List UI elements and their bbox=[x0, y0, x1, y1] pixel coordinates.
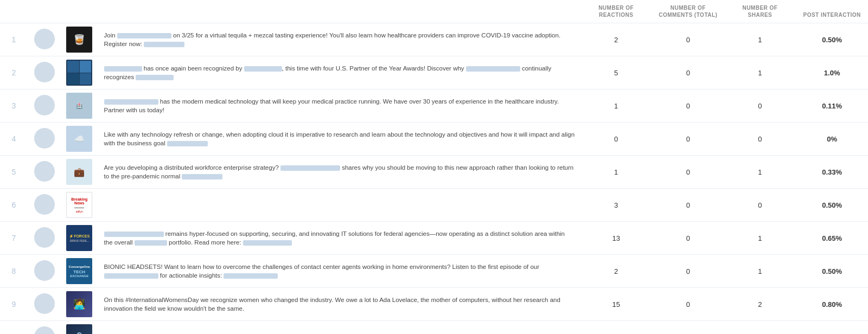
comments-cell: 0 bbox=[652, 189, 724, 222]
thumb-cell: ☁️ bbox=[61, 123, 98, 156]
comments-cell: 0 bbox=[652, 321, 724, 335]
avatar bbox=[34, 128, 55, 149]
redacted-text bbox=[104, 232, 164, 237]
redacted-text bbox=[135, 240, 167, 246]
post-thumbnail: ⚡FORCESSIRIUS FEDE... bbox=[66, 225, 92, 251]
col-header-rank bbox=[0, 0, 28, 23]
redacted-text bbox=[243, 240, 292, 246]
table-row[interactable]: 4☁️Like with any technology refresh or c… bbox=[0, 123, 868, 156]
table-row[interactable]: 10🔒Review these cybersecurity tips to ke… bbox=[0, 321, 868, 335]
table-row[interactable]: 2 has once again been recognized by , th… bbox=[0, 56, 868, 89]
thumb-cell: 💼 bbox=[61, 156, 98, 189]
shares-cell: 1 bbox=[724, 255, 796, 288]
redacted-text bbox=[136, 75, 174, 80]
comments-cell: 0 bbox=[652, 288, 724, 321]
post-thumbnail: 👩‍💻 bbox=[66, 291, 92, 317]
shares-cell: 2 bbox=[724, 288, 796, 321]
avatar bbox=[34, 194, 55, 215]
redacted-text bbox=[182, 174, 222, 179]
avatar bbox=[34, 326, 55, 335]
shares-cell: 1 bbox=[724, 23, 796, 56]
post-thumbnail: 🔒 bbox=[66, 324, 92, 334]
comments-cell: 0 bbox=[652, 56, 724, 89]
interaction-cell: 0.33% bbox=[796, 156, 868, 189]
rank-cell: 4 bbox=[0, 123, 28, 156]
posts-table: NUMBER OF REACTIONS NUMBER OF COMMENTS (… bbox=[0, 0, 868, 334]
comments-cell: 0 bbox=[652, 255, 724, 288]
interaction-cell: 0.11% bbox=[796, 89, 868, 123]
rank-cell: 7 bbox=[0, 222, 28, 255]
interaction-cell: 1.0% bbox=[796, 56, 868, 89]
table-row[interactable]: 7⚡FORCESSIRIUS FEDE... remains hyper-foc… bbox=[0, 222, 868, 255]
interaction-cell: 0% bbox=[796, 123, 868, 156]
thumb-cell bbox=[61, 56, 98, 89]
rank-cell: 10 bbox=[0, 321, 28, 335]
avatar-cell bbox=[28, 89, 61, 123]
thumb-cell: Breaking News━━━━━━adilyn bbox=[61, 189, 98, 222]
rank-cell: 9 bbox=[0, 288, 28, 321]
reactions-cell: 0 bbox=[580, 123, 652, 156]
comments-cell: 0 bbox=[652, 89, 724, 123]
reactions-cell: 1 bbox=[580, 89, 652, 123]
shares-cell: 1 bbox=[724, 222, 796, 255]
redacted-text bbox=[104, 99, 158, 105]
content-cell bbox=[99, 189, 580, 222]
shares-cell: 0 bbox=[724, 89, 796, 123]
thumb-cell: ⚡FORCESSIRIUS FEDE... bbox=[61, 222, 98, 255]
post-thumbnail: 🏥 bbox=[66, 93, 92, 119]
avatar bbox=[34, 29, 55, 49]
table-row[interactable]: 6Breaking News━━━━━━adilyn3000.50% bbox=[0, 189, 868, 222]
reactions-cell: 1 bbox=[580, 156, 652, 189]
interaction-cell: 0.50% bbox=[796, 255, 868, 288]
table-row[interactable]: 9👩‍💻On this #InternationalWomensDay we r… bbox=[0, 288, 868, 321]
avatar-cell bbox=[28, 321, 61, 335]
avatar-cell bbox=[28, 255, 61, 288]
redacted-text bbox=[224, 273, 278, 279]
avatar-cell bbox=[28, 222, 61, 255]
comments-cell: 0 bbox=[652, 222, 724, 255]
content-cell: has once again been recognized by , this… bbox=[99, 56, 580, 89]
col-header-interaction: POST INTERACTION bbox=[796, 0, 868, 23]
avatar bbox=[34, 62, 55, 82]
rank-cell: 1 bbox=[0, 23, 28, 56]
post-thumbnail: ConvergeOneTECHEXCHANGE bbox=[66, 258, 92, 284]
content-cell: Join on 3/25 for a virtual tequila + mez… bbox=[99, 23, 580, 56]
rank-cell: 2 bbox=[0, 56, 28, 89]
content-cell: remains hyper-focused on supporting, sec… bbox=[99, 222, 580, 255]
table-row[interactable]: 1🥃Join on 3/25 for a virtual tequila + m… bbox=[0, 23, 868, 56]
content-cell: Like with any technology refresh or chan… bbox=[99, 123, 580, 156]
redacted-text bbox=[466, 66, 520, 72]
thumb-cell: 🥃 bbox=[61, 23, 98, 56]
redacted-text bbox=[104, 66, 142, 72]
avatar-cell bbox=[28, 123, 61, 156]
table-row[interactable]: 5💼Are you developing a distributed workf… bbox=[0, 156, 868, 189]
post-thumbnail: 💼 bbox=[66, 159, 92, 185]
interaction-cell: 0.50% bbox=[796, 189, 868, 222]
table-row[interactable]: 3🏥 has the modern medical technology tha… bbox=[0, 89, 868, 123]
post-thumbnail bbox=[66, 60, 92, 86]
shares-cell: 0 bbox=[724, 321, 796, 335]
rank-cell: 8 bbox=[0, 255, 28, 288]
redacted-text bbox=[167, 141, 208, 146]
shares-cell: 1 bbox=[724, 56, 796, 89]
reactions-cell: 2 bbox=[580, 255, 652, 288]
comments-cell: 0 bbox=[652, 23, 724, 56]
comments-cell: 0 bbox=[652, 156, 724, 189]
avatar bbox=[34, 227, 55, 248]
comments-cell: 0 bbox=[652, 123, 724, 156]
interaction-cell: 0.65% bbox=[796, 222, 868, 255]
shares-cell: 1 bbox=[724, 156, 796, 189]
thumb-cell: ConvergeOneTECHEXCHANGE bbox=[61, 255, 98, 288]
col-header-shares: NUMBER OF SHARES bbox=[724, 0, 796, 23]
rank-cell: 6 bbox=[0, 189, 28, 222]
redacted-text bbox=[104, 273, 158, 279]
redacted-text bbox=[144, 42, 184, 47]
content-cell: Are you developing a distributed workfor… bbox=[99, 156, 580, 189]
col-header-comments: NUMBER OF COMMENTS (TOTAL) bbox=[652, 0, 724, 23]
col-header-avatar bbox=[28, 0, 99, 23]
table-row[interactable]: 8ConvergeOneTECHEXCHANGEBIONIC HEADSETS!… bbox=[0, 255, 868, 288]
avatar bbox=[34, 95, 55, 115]
redacted-text bbox=[280, 165, 340, 171]
content-cell: On this #InternationalWomensDay we recog… bbox=[99, 288, 580, 321]
reactions-cell: 3 bbox=[580, 189, 652, 222]
